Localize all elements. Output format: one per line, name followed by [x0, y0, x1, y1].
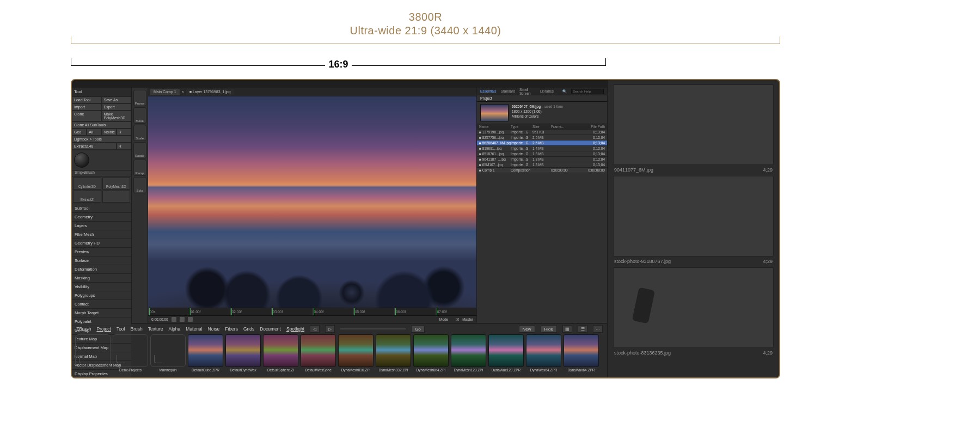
lightbox-preset[interactable]: DynaMesh128.ZPI [451, 334, 486, 372]
lightbox-preset[interactable]: DefaultDynaWax [225, 334, 261, 372]
menu-spotlight[interactable]: Spotlight [286, 326, 304, 332]
project-thumbnail[interactable] [480, 104, 509, 121]
lightbox-preset[interactable]: DynaMesh064.ZPI [413, 334, 449, 372]
workspace-tab-essentials[interactable]: Essentials [480, 89, 497, 93]
lightbox-folder[interactable]: .. [75, 334, 111, 372]
accordion-item[interactable]: Geometry [72, 213, 131, 222]
menu-alpha[interactable]: Alpha [169, 326, 181, 332]
search-input[interactable] [571, 89, 604, 94]
menu-project[interactable]: Project [96, 326, 111, 332]
accordion-item[interactable]: Morph Target [72, 309, 131, 317]
cylinder3d-tool[interactable]: Cylinder3D [73, 178, 101, 190]
tab-layer[interactable]: ■ Layer 13796983_1.jpg [186, 89, 234, 95]
menu-material[interactable]: Material [186, 326, 202, 332]
persp-button[interactable]: Persp [133, 160, 146, 176]
extract-r-button[interactable]: R [117, 143, 131, 150]
visible-button[interactable]: Visible [102, 129, 117, 136]
view-grid-icon[interactable]: ▦ [562, 325, 572, 333]
accordion-item[interactable]: Layers [72, 222, 131, 230]
accordion-item[interactable]: Deformation [72, 265, 131, 274]
lightbox-preset[interactable]: DynaMesh016.ZPI [338, 334, 373, 372]
asset-caption: 90411077_6M.jpg [614, 167, 653, 173]
project-table-row[interactable]: ■ 65M107...jpgImporte...G1.3 MB0;13;04 [477, 162, 607, 168]
go-button[interactable]: Go [411, 326, 425, 333]
accordion-item[interactable]: Preview [72, 248, 131, 256]
workspace-tab-smallscreen[interactable]: Small Screen [519, 88, 536, 95]
nav-next-button[interactable]: ▷ [325, 325, 335, 333]
accordion-item[interactable]: Surface [72, 256, 131, 265]
hide-button[interactable]: Hide [541, 326, 557, 333]
frame-button[interactable]: Frame [133, 90, 146, 106]
menu-brush[interactable]: Brush [130, 326, 142, 332]
project-table-row[interactable]: ■ 819681...jpgImporte...G1.4 MB0;13;04 [477, 146, 607, 151]
accordion-item[interactable]: SubTool [72, 204, 131, 213]
import-button[interactable]: Import [72, 103, 102, 111]
accordion-item[interactable]: Contact [72, 300, 131, 309]
project-table-row[interactable]: ■ 8257756...jpgImporte...G2.5 MB0;13;04 [477, 135, 607, 140]
save-as-button[interactable]: Save As [102, 96, 132, 103]
move-button[interactable]: Move [133, 107, 146, 124]
lightbox-path-spacer [340, 328, 406, 329]
asset-thumb-1[interactable]: stock-photo-93180767.jpg 4;29 [613, 176, 774, 264]
lightbox-preset[interactable]: DefaultWaxSphe [301, 334, 336, 372]
polymesh3d-tool[interactable]: PolyMesh3D [102, 178, 131, 190]
menu-noise[interactable]: Noise [208, 326, 220, 332]
geo-button[interactable]: Geo [72, 129, 87, 136]
timeline-next-button[interactable] [188, 317, 193, 322]
scale-button[interactable]: Scale [133, 125, 146, 141]
lightbox-preset[interactable]: DefaultSphere.ZI [263, 334, 298, 372]
all-button[interactable]: All [87, 129, 101, 136]
canvas-viewport[interactable] [148, 96, 476, 308]
rotate-button[interactable]: Rotate [133, 142, 146, 158]
project-table-body: ■ 1379198...jpgImporte...G951 KB0;13;04■… [477, 130, 607, 173]
project-table-row[interactable]: ■ 56206407_6M.jpgImporte...G2.5 MB0;13;0… [477, 140, 607, 146]
project-table-row[interactable]: ■ Comp 1Composition0;00;00;000;00;08;00 [477, 168, 607, 173]
extractz-tool[interactable]: ExtractZ [73, 191, 101, 203]
menu-document[interactable]: Document [260, 326, 281, 332]
lightbox-preset[interactable]: DynaMesh032.ZPI [376, 334, 411, 372]
view-options-icon[interactable]: ⋯ [593, 325, 603, 333]
r-button[interactable]: R [117, 129, 131, 136]
export-button[interactable]: Export [102, 103, 132, 111]
workspace-tab-libraries[interactable]: Libraries [540, 89, 554, 93]
project-table-row[interactable]: ■ 8518761...jpgImporte...G1.3 MB0;13;04 [477, 151, 607, 157]
menu-tool[interactable]: Tool [117, 326, 125, 332]
menu-grids[interactable]: Grids [243, 326, 254, 332]
new-button[interactable]: New [519, 326, 535, 333]
make-polymesh3d-button[interactable]: Make PolyMesh3D [102, 111, 132, 121]
tab-main-comp[interactable]: Main Comp 1 [150, 89, 180, 95]
menu-texture[interactable]: Texture [148, 326, 163, 332]
nav-prev-button[interactable]: ◁ [310, 325, 320, 333]
center-column: Main Comp 1 × ■ Layer 13796983_1.jpg 00s… [148, 88, 476, 323]
accordion-item[interactable]: Visibility [72, 283, 131, 291]
clone-all-subtools-button[interactable]: Clone All SubTools [72, 121, 131, 129]
clone-button[interactable]: Clone [72, 111, 102, 121]
lightbox-preset[interactable]: DynaWax64.ZPR [526, 334, 561, 372]
lightbox-folder[interactable]: DemoProjects [113, 334, 148, 372]
timeline-ruler[interactable]: 00s01:00f02:00f03:00f04:00f05:00f06:00f0… [148, 308, 476, 315]
accordion-item[interactable]: Masking [72, 274, 131, 283]
lightbox-tools-button[interactable]: Lightbox > Tools [72, 136, 131, 143]
project-table-row[interactable]: ■ 9041107_...jpgImporte...G1.3 MB0;13;04 [477, 157, 607, 162]
asset-thumb-2[interactable]: stock-photo-83136235.jpg 4;29 [613, 267, 774, 356]
project-table-row[interactable]: ■ 1379198...jpgImporte...G951 KB0;13;04 [477, 130, 607, 135]
load-tool-button[interactable]: Load Tool [72, 96, 102, 103]
brush-selector[interactable] [72, 150, 131, 170]
lightbox-preset[interactable]: DefaultCube.ZPR [188, 334, 223, 372]
workspace-tab-standard[interactable]: Standard [501, 89, 515, 93]
menu-fibers[interactable]: Fibers [225, 326, 238, 332]
lightbox-preset[interactable]: DynaWax128.ZPR [488, 334, 524, 372]
accordion-item[interactable]: Polygroups [72, 291, 131, 300]
timeline-prev-button[interactable] [171, 317, 176, 322]
lightbox-preset[interactable]: DynaWax64.ZPR [564, 334, 599, 372]
extract-button[interactable]: Extract2.48 [72, 143, 117, 150]
asset-thumb-0[interactable]: 90411077_6M.jpg 4;29 [613, 84, 774, 173]
menu-zbrush[interactable]: ZBrush [76, 326, 91, 332]
lightbox-folder[interactable]: Mannequin [150, 334, 186, 372]
view-list-icon[interactable]: ☰ [578, 325, 587, 333]
accordion-item[interactable]: Geometry HD [72, 239, 131, 248]
preset-thumbnail [225, 334, 261, 367]
timeline-play-button[interactable] [180, 317, 185, 322]
accordion-item[interactable]: FiberMesh [72, 230, 131, 239]
solo-button[interactable]: Solo [133, 177, 146, 193]
